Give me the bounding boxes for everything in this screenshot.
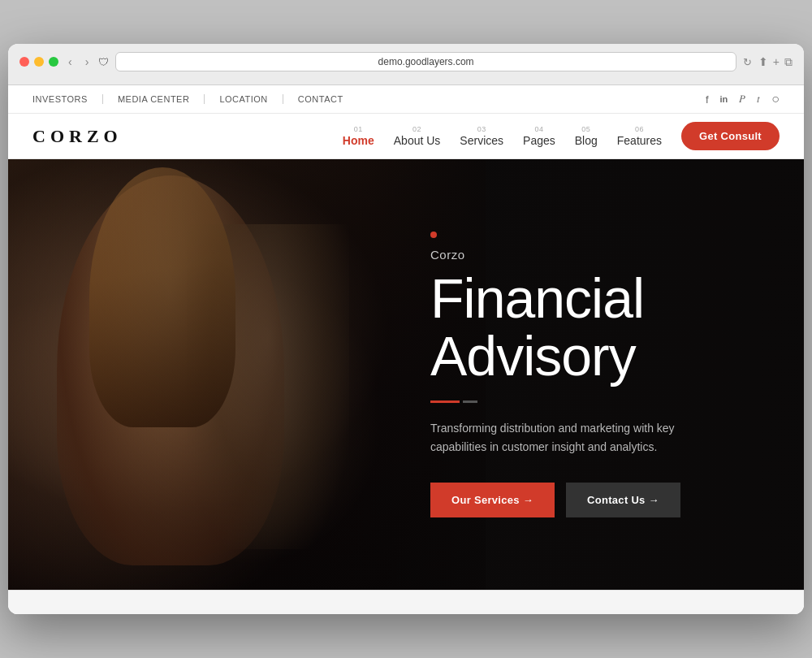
minimize-button[interactable] [34, 57, 44, 67]
contact-us-button[interactable]: Contact Us → [566, 483, 680, 517]
nav-separator-3 [283, 94, 283, 104]
utility-nav-contact[interactable]: CONTACT [298, 94, 343, 104]
divider-secondary [463, 400, 477, 403]
social-icons: f in 𝑃 𝑡 ○ [706, 92, 780, 106]
bottom-strip [8, 590, 804, 614]
facebook-icon[interactable]: f [706, 93, 709, 106]
browser-chrome: ‹ › 🛡 demo.goodlayers.com ↻ ⬆ + ⧉ [8, 44, 804, 85]
hero-content: Corzo Financial Advisory Transforming di… [430, 232, 771, 517]
nav-item-features[interactable]: 06 Features [617, 126, 662, 147]
close-button[interactable] [19, 57, 29, 67]
share-icon[interactable]: ⬆ [758, 55, 768, 69]
hero-buttons: Our Services → Contact Us → [430, 483, 771, 517]
security-icon: 🛡 [98, 56, 109, 68]
linkedin-icon[interactable]: in [720, 94, 728, 104]
browser-actions: ⬆ + ⧉ [758, 55, 793, 69]
nav-item-pages[interactable]: 04 Pages [523, 126, 555, 147]
maximize-button[interactable] [49, 57, 58, 67]
our-services-button[interactable]: Our Services → [430, 483, 555, 517]
twitter-icon[interactable]: 𝑡 [757, 93, 760, 106]
utility-nav-media-center[interactable]: MEDIA CENTER [118, 94, 190, 104]
nav-item-blog[interactable]: 05 Blog [575, 126, 598, 147]
tabs-icon[interactable]: ⧉ [784, 55, 793, 69]
address-bar[interactable]: demo.goodlayers.com [115, 52, 736, 71]
nav-separator-2 [204, 94, 205, 104]
hero-title: Financial Advisory [430, 270, 771, 386]
site-logo[interactable]: CORZO [32, 126, 123, 147]
instagram-icon[interactable]: ○ [771, 92, 780, 106]
hero-divider [430, 400, 771, 403]
hero-description: Transforming distribution and marketing … [430, 419, 723, 457]
website-content: INVESTORS MEDIA CENTER LOCATION CONTACT … [8, 85, 804, 614]
pinterest-icon[interactable]: 𝑃 [739, 93, 745, 106]
nav-separator-1 [102, 94, 103, 104]
utility-nav-investors[interactable]: INVESTORS [32, 94, 88, 104]
browser-controls: ‹ › 🛡 demo.goodlayers.com ↻ ⬆ + ⧉ [19, 52, 793, 71]
hero-accent-dot [430, 232, 437, 238]
hero-section: Corzo Financial Advisory Transforming di… [8, 159, 804, 590]
reload-button[interactable]: ↻ [743, 56, 752, 68]
divider-accent [430, 400, 460, 403]
utility-bar: INVESTORS MEDIA CENTER LOCATION CONTACT … [8, 85, 804, 114]
forward-button[interactable]: › [82, 54, 93, 70]
nav-item-about[interactable]: 02 About Us [394, 126, 441, 147]
nav-item-home[interactable]: 01 Home [343, 126, 374, 147]
traffic-lights [19, 57, 58, 67]
hero-title-line2: Advisory [430, 325, 636, 387]
browser-window: ‹ › 🛡 demo.goodlayers.com ↻ ⬆ + ⧉ INVEST… [8, 44, 804, 614]
get-consult-button[interactable]: Get Consult [681, 122, 780, 150]
utility-nav-location[interactable]: LOCATION [219, 94, 267, 104]
main-navigation: CORZO 01 Home 02 About Us 03 Services 04… [8, 114, 804, 159]
hero-subtitle: Corzo [430, 248, 771, 262]
nav-item-services[interactable]: 03 Services [460, 126, 503, 147]
utility-nav: INVESTORS MEDIA CENTER LOCATION CONTACT [32, 94, 343, 104]
nav-links: 01 Home 02 About Us 03 Services 04 Pages… [343, 122, 780, 150]
back-button[interactable]: ‹ [65, 54, 76, 70]
hero-title-line1: Financial [430, 267, 644, 329]
new-tab-icon[interactable]: + [773, 55, 780, 69]
